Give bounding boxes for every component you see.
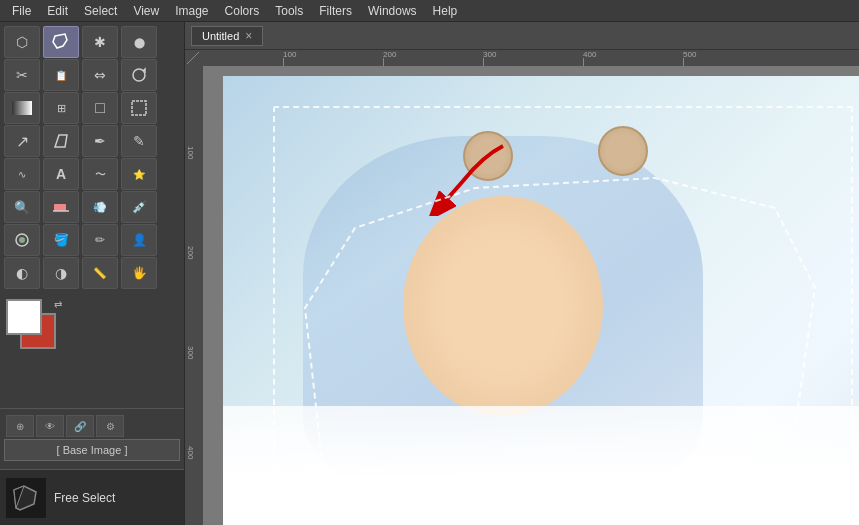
dodge2-tool[interactable]: ◐ xyxy=(4,257,40,289)
baby-face xyxy=(403,196,603,416)
svg-rect-5 xyxy=(54,204,66,211)
v-ruler-mark-200: 200 xyxy=(186,246,195,259)
burn-tool[interactable]: ◑ xyxy=(43,257,79,289)
v-ruler-mark-100: 100 xyxy=(186,146,195,159)
menu-select[interactable]: Select xyxy=(76,2,125,20)
free-select-icon xyxy=(6,478,46,518)
menu-file[interactable]: File xyxy=(4,2,39,20)
measure-tool[interactable]: 📏 xyxy=(82,257,118,289)
ruler-mark-500: 500 xyxy=(683,50,696,59)
gradient-tool[interactable] xyxy=(4,92,40,124)
layer-settings-icon[interactable]: ⚙ xyxy=(96,415,124,437)
baby-ear-left xyxy=(463,131,513,181)
baby-image xyxy=(223,76,859,525)
menu-view[interactable]: View xyxy=(125,2,167,20)
align-tool[interactable]: ⊞ xyxy=(43,92,79,124)
ruler-corner xyxy=(185,50,203,66)
content-area: ⬡ ✱ ⬤ ✂ 📋 ⇔ ⊞ xyxy=(0,22,859,525)
scissors-tool[interactable]: ✂ xyxy=(4,59,40,91)
smudge-tool[interactable]: ∿ xyxy=(4,158,40,190)
pencil-tool[interactable]: ✏ xyxy=(82,224,118,256)
layer-section: ⊕ 👁 🔗 ⚙ [ Base Image ] xyxy=(0,408,184,469)
v-ruler-mark-400: 400 xyxy=(186,446,195,459)
layer-icons: ⊕ 👁 🔗 ⚙ xyxy=(4,413,180,439)
menu-tools[interactable]: Tools xyxy=(267,2,311,20)
horizontal-ruler: 100 200 300 400 500 xyxy=(203,50,859,66)
menu-help[interactable]: Help xyxy=(425,2,466,20)
canvas-row: 100 200 300 400 xyxy=(185,66,859,525)
clone-tool[interactable]: 📋 xyxy=(43,59,79,91)
paint-tool[interactable]: ✎ xyxy=(121,125,157,157)
ruler-mark-300: 300 xyxy=(483,50,496,59)
perspective-tool[interactable] xyxy=(43,125,79,157)
menu-image[interactable]: Image xyxy=(167,2,216,20)
svg-rect-2 xyxy=(12,101,32,115)
svg-marker-4 xyxy=(55,135,67,147)
fuzzy-select-tool[interactable]: ⬡ xyxy=(4,26,40,58)
heal-tool[interactable]: ↗ xyxy=(4,125,40,157)
text-tool[interactable]: A xyxy=(43,158,79,190)
menu-edit[interactable]: Edit xyxy=(39,2,76,20)
layer-link-icon[interactable]: 🔗 xyxy=(66,415,94,437)
menu-bar: File Edit Select View Image Colors Tools… xyxy=(0,0,859,22)
dodge-tool[interactable]: ⭐ xyxy=(121,158,157,190)
svg-rect-3 xyxy=(132,101,146,115)
canvas-header: Untitled × xyxy=(185,22,859,50)
zoom-tool[interactable]: 🔍 xyxy=(4,191,40,223)
stamp-tool[interactable]: 👤 xyxy=(121,224,157,256)
color-boxes: ⇄ xyxy=(6,299,62,355)
foreground-color[interactable] xyxy=(6,299,42,335)
svg-marker-0 xyxy=(53,34,67,48)
canvas-tab[interactable]: Untitled × xyxy=(191,26,263,46)
layer-visibility-icon[interactable]: 👁 xyxy=(36,415,64,437)
color-area: ⇄ xyxy=(0,293,184,361)
crop-tool[interactable]: □ xyxy=(82,92,118,124)
v-ruler-mark-300: 300 xyxy=(186,346,195,359)
warp-tool[interactable]: 🖐 xyxy=(121,257,157,289)
ruler-row: 100 200 300 400 500 xyxy=(185,50,859,66)
canvas-tab-close[interactable]: × xyxy=(245,29,252,43)
transform-tool[interactable] xyxy=(121,92,157,124)
canvas-content xyxy=(223,76,859,525)
canvas-viewport[interactable] xyxy=(203,66,859,525)
layer-move-icon[interactable]: ⊕ xyxy=(6,415,34,437)
toolbox-bottom: ⊕ 👁 🔗 ⚙ [ Base Image ] Free Select xyxy=(0,361,184,525)
ruler-mark-400: 400 xyxy=(583,50,596,59)
airbrush-tool[interactable]: 💨 xyxy=(82,191,118,223)
app: File Edit Select View Image Colors Tools… xyxy=(0,0,859,525)
svg-point-8 xyxy=(19,237,25,243)
select-by-color-tool[interactable]: ⬤ xyxy=(121,26,157,58)
blur-tool[interactable]: 〜 xyxy=(82,158,118,190)
bucket-fill-tool[interactable]: 🪣 xyxy=(43,224,79,256)
free-select-tool[interactable] xyxy=(43,26,79,58)
rotate-tool[interactable] xyxy=(121,59,157,91)
canvas-area: Untitled × 100 200 300 xyxy=(185,22,859,525)
vertical-ruler: 100 200 300 400 xyxy=(185,66,203,525)
eraser-tool[interactable] xyxy=(43,191,79,223)
color-picker-tool[interactable]: 💉 xyxy=(121,191,157,223)
menu-colors[interactable]: Colors xyxy=(217,2,268,20)
free-select-label: Free Select xyxy=(54,491,115,505)
tool-grid: ⬡ ✱ ⬤ ✂ 📋 ⇔ ⊞ xyxy=(0,22,184,293)
foreground-select-tool[interactable] xyxy=(4,224,40,256)
ruler-mark-200: 200 xyxy=(383,50,396,59)
toolbox: ⬡ ✱ ⬤ ✂ 📋 ⇔ ⊞ xyxy=(0,22,185,525)
ink-tool[interactable]: ✒ xyxy=(82,125,118,157)
filter-tool[interactable]: ✱ xyxy=(82,26,118,58)
menu-windows[interactable]: Windows xyxy=(360,2,425,20)
baby-floor xyxy=(223,406,859,525)
ruler-mark-100: 100 xyxy=(283,50,296,59)
baby-ear-right xyxy=(598,126,648,176)
swap-colors-icon[interactable]: ⇄ xyxy=(54,299,62,310)
layer-label: [ Base Image ] xyxy=(4,439,180,461)
menu-filters[interactable]: Filters xyxy=(311,2,360,20)
free-select-bar: Free Select xyxy=(0,469,184,525)
flip-tool[interactable]: ⇔ xyxy=(82,59,118,91)
canvas-tab-title: Untitled xyxy=(202,30,239,42)
